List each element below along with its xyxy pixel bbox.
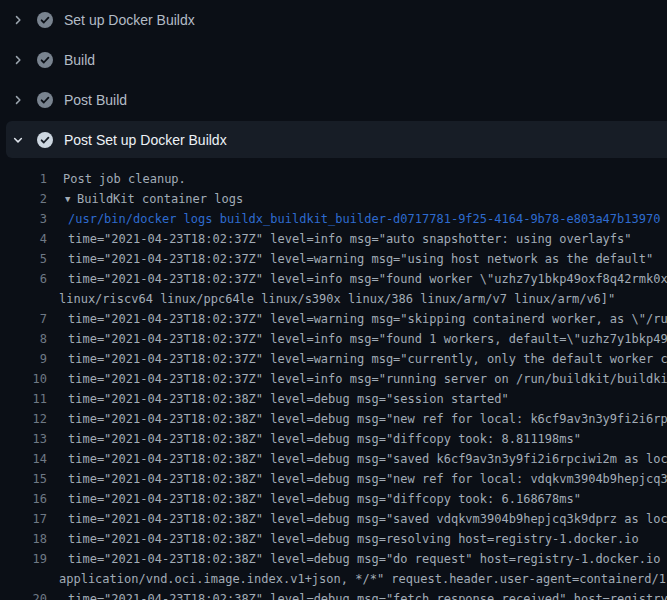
log-line: 18time="2021-04-23T18:02:38Z" level=debu… — [0, 529, 667, 549]
log-text: time="2021-04-23T18:02:38Z" level=debug … — [68, 509, 667, 529]
line-number[interactable]: 3 — [0, 209, 47, 229]
log-text: time="2021-04-23T18:02:38Z" level=debug … — [68, 529, 639, 549]
chevron-down-icon[interactable] — [12, 134, 24, 146]
line-number[interactable]: 16 — [0, 489, 47, 509]
line-number[interactable]: 15 — [0, 469, 47, 489]
steps-list: Set up Docker Buildx Build Post Build Po… — [0, 0, 667, 158]
log-line: 1Post job cleanup. — [0, 169, 667, 189]
step-row-post-set-up-docker-buildx[interactable]: Post Set up Docker Buildx — [6, 121, 667, 158]
step-label: Build — [64, 52, 95, 68]
log-line: 8time="2021-04-23T18:02:37Z" level=info … — [0, 329, 667, 349]
line-number[interactable]: 18 — [0, 529, 47, 549]
step-row-post-build[interactable]: Post Build — [0, 80, 667, 120]
line-number[interactable]: 11 — [0, 389, 47, 409]
log-text: time="2021-04-23T18:02:38Z" level=debug … — [68, 449, 667, 469]
step-row-set-up-docker-buildx[interactable]: Set up Docker Buildx — [0, 0, 667, 40]
log-text[interactable]: BuildKit container logs — [77, 189, 243, 209]
line-number[interactable]: 17 — [0, 509, 47, 529]
log-line: 17time="2021-04-23T18:02:38Z" level=debu… — [0, 509, 667, 529]
log-line: 13time="2021-04-23T18:02:38Z" level=debu… — [0, 429, 667, 449]
log-text: time="2021-04-23T18:02:37Z" level=warnin… — [68, 249, 653, 269]
log-line: 11time="2021-04-23T18:02:38Z" level=debu… — [0, 389, 667, 409]
line-number[interactable]: 20 — [0, 589, 47, 600]
check-circle-icon — [37, 132, 53, 148]
line-number[interactable]: 13 — [0, 429, 47, 449]
line-number[interactable]: 1 — [0, 169, 47, 189]
log-line: 15time="2021-04-23T18:02:38Z" level=debu… — [0, 469, 667, 489]
line-number[interactable]: 6 — [0, 269, 47, 289]
log-text: linux/riscv64 linux/ppc64le linux/s390x … — [59, 289, 615, 309]
log-line: application/vnd.oci.image.index.v1+json,… — [0, 569, 667, 589]
line-number[interactable]: 4 — [0, 229, 47, 249]
log-line: 12time="2021-04-23T18:02:38Z" level=debu… — [0, 409, 667, 429]
log-line: 14time="2021-04-23T18:02:38Z" level=debu… — [0, 449, 667, 469]
log-line: 19time="2021-04-23T18:02:38Z" level=debu… — [0, 549, 667, 569]
log-line: 7time="2021-04-23T18:02:37Z" level=warni… — [0, 309, 667, 329]
log-line: 9time="2021-04-23T18:02:37Z" level=warni… — [0, 349, 667, 369]
log-line: 16time="2021-04-23T18:02:38Z" level=debu… — [0, 489, 667, 509]
check-circle-icon — [37, 12, 53, 28]
log-text: time="2021-04-23T18:02:37Z" level=info m… — [68, 269, 667, 289]
log-text: time="2021-04-23T18:02:38Z" level=debug … — [68, 589, 667, 600]
log-text: time="2021-04-23T18:02:37Z" level=info m… — [68, 229, 632, 249]
line-number[interactable]: 9 — [0, 349, 47, 369]
log-line: 10time="2021-04-23T18:02:37Z" level=info… — [0, 369, 667, 389]
line-number[interactable]: 8 — [0, 329, 47, 349]
line-number[interactable]: 7 — [0, 309, 47, 329]
check-circle-icon — [37, 52, 53, 68]
step-label: Post Build — [64, 92, 127, 108]
log-line: 20time="2021-04-23T18:02:38Z" level=debu… — [0, 589, 667, 600]
triangle-down-icon[interactable]: ▼ — [65, 189, 70, 209]
log-text: time="2021-04-23T18:02:38Z" level=debug … — [68, 389, 509, 409]
log-line: 6time="2021-04-23T18:02:37Z" level=info … — [0, 269, 667, 289]
line-number[interactable]: 14 — [0, 449, 47, 469]
log-text: time="2021-04-23T18:02:37Z" level=info m… — [68, 329, 667, 349]
check-circle-icon — [37, 92, 53, 108]
log-text: application/vnd.oci.image.index.v1+json,… — [59, 569, 667, 589]
log-text: Post job cleanup. — [63, 169, 186, 189]
line-number[interactable]: 10 — [0, 369, 47, 389]
line-number[interactable]: 2 — [0, 189, 47, 209]
line-number[interactable]: 12 — [0, 409, 47, 429]
chevron-right-icon[interactable] — [12, 54, 24, 66]
step-label: Set up Docker Buildx — [64, 12, 195, 28]
log-lines: 1Post job cleanup.2▼BuildKit container l… — [0, 158, 667, 600]
log-text: time="2021-04-23T18:02:38Z" level=debug … — [68, 429, 581, 449]
line-number[interactable]: 5 — [0, 249, 47, 269]
log-text: time="2021-04-23T18:02:37Z" level=info m… — [68, 369, 667, 389]
log-text: time="2021-04-23T18:02:38Z" level=debug … — [68, 549, 667, 569]
step-label: Post Set up Docker Buildx — [64, 132, 227, 148]
log-text: time="2021-04-23T18:02:38Z" level=debug … — [68, 469, 667, 489]
log-text: time="2021-04-23T18:02:38Z" level=debug … — [68, 409, 667, 429]
log-line: 2▼BuildKit container logs — [0, 189, 667, 209]
log-text: time="2021-04-23T18:02:37Z" level=warnin… — [68, 349, 667, 369]
chevron-right-icon[interactable] — [12, 94, 24, 106]
chevron-right-icon[interactable] — [12, 14, 24, 26]
log-command-text: /usr/bin/docker logs buildx_buildkit_bui… — [68, 209, 660, 229]
log-line: 4time="2021-04-23T18:02:37Z" level=info … — [0, 229, 667, 249]
log-text: time="2021-04-23T18:02:37Z" level=warnin… — [68, 309, 667, 329]
log-line: linux/riscv64 linux/ppc64le linux/s390x … — [0, 289, 667, 309]
log-line: 3/usr/bin/docker logs buildx_buildkit_bu… — [0, 209, 667, 229]
line-number[interactable]: 19 — [0, 549, 47, 569]
step-row-build[interactable]: Build — [0, 40, 667, 80]
log-line: 5time="2021-04-23T18:02:37Z" level=warni… — [0, 249, 667, 269]
log-text: time="2021-04-23T18:02:38Z" level=debug … — [68, 489, 581, 509]
